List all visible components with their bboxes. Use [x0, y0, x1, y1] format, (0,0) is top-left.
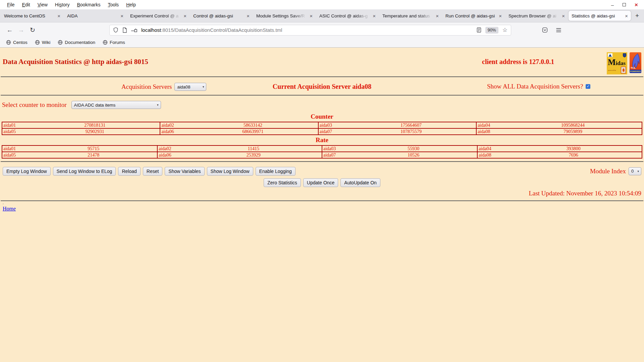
table-row: aida01270818131 aida0258633142 aida03175…	[2, 122, 642, 128]
table-row: aida0592902931 aida06686639971 aida07107…	[2, 128, 642, 135]
channel-name: aida04	[478, 146, 505, 152]
tab-bar: Welcome to CentOS × AIDA × Experiment Co…	[0, 9, 644, 22]
tab-close-icon[interactable]: ×	[625, 13, 628, 19]
menu-help[interactable]: Help	[122, 1, 140, 8]
channel-value: 686639971	[188, 129, 318, 134]
tab-close-icon[interactable]: ×	[562, 13, 565, 19]
menu-file[interactable]: File	[3, 1, 18, 8]
bookmark-wiki[interactable]: Wiki	[33, 39, 53, 46]
menu-view[interactable]: View	[34, 1, 51, 8]
select-counter-label: Select counter to monitor	[2, 101, 67, 109]
stat-cell: aida0521478	[2, 152, 157, 158]
tab-asic-control[interactable]: ASIC Control @ aidas-g ×	[316, 11, 379, 21]
zoom-level-badge[interactable]: 90%	[485, 27, 498, 34]
tab-close-icon[interactable]: ×	[436, 13, 439, 19]
tab-run-control[interactable]: Run Control @ aidas-gsi ×	[442, 11, 505, 21]
divider	[1, 95, 643, 96]
menu-bookmarks[interactable]: Bookmarks	[73, 1, 104, 8]
tab-title: Statistics @ aidas-gsi	[572, 13, 623, 18]
channel-value: 175664607	[346, 123, 476, 128]
channel-value: 7696	[505, 153, 642, 158]
empty-log-window-button[interactable]: Empty Log Window	[3, 167, 51, 176]
permissions-icon[interactable]	[131, 28, 137, 32]
window-controls: ‒ ×	[611, 2, 641, 8]
tab-close-icon[interactable]: ×	[499, 13, 502, 19]
bookmark-label: Wiki	[42, 40, 51, 45]
zero-statistics-button[interactable]: Zero Statistics	[264, 178, 301, 187]
channel-name: aida05	[2, 129, 30, 134]
stat-cell: aida06253929	[157, 152, 322, 158]
bookmark-documentation[interactable]: Documentation	[56, 39, 97, 46]
tab-spectrum-browser[interactable]: Spectrum Browser @ ai ×	[505, 11, 568, 21]
url-bar[interactable]: localhost:8015/DataAcquisitionControl/Da…	[109, 25, 511, 36]
tab-close-icon[interactable]: ×	[373, 13, 376, 19]
acquisition-server-select[interactable]: aida08 ▾	[174, 83, 206, 91]
acquisition-server-value: aida08	[177, 84, 190, 89]
home-link[interactable]: Home	[3, 206, 16, 212]
tab-statistics-active[interactable]: Statistics @ aidas-gsi ×	[569, 11, 631, 21]
page-title: Data Acquisition Statistics @ http aidas…	[3, 58, 148, 66]
stat-cell: aida0258633142	[160, 122, 318, 128]
module-index-group: Module Index 0 ▾	[590, 167, 641, 175]
update-once-button[interactable]: Update Once	[303, 178, 338, 187]
menu-tools[interactable]: Tools	[104, 1, 122, 8]
tab-close-icon[interactable]: ×	[183, 13, 186, 19]
tab-close-icon[interactable]: ×	[57, 13, 60, 19]
midas-powered-by-text: powered by	[608, 69, 616, 71]
maximize-button[interactable]	[623, 3, 626, 6]
show-all-checkbox[interactable]: ✓	[586, 84, 590, 89]
back-icon[interactable]: ←	[4, 26, 15, 34]
stat-cell: aida041095868244	[476, 122, 642, 128]
tab-close-icon[interactable]: ×	[247, 13, 250, 19]
page-content: Midas powered by TCL POWERED Data Acquis…	[0, 48, 644, 362]
close-button[interactable]: ×	[635, 2, 638, 8]
autoupdate-on-button[interactable]: AutoUpdate On	[340, 178, 380, 187]
bookmark-forums[interactable]: Forums	[101, 39, 127, 46]
new-tab-button[interactable]: +	[631, 12, 643, 19]
bookmark-star-icon[interactable]: ☆	[502, 26, 507, 34]
tab-aida[interactable]: AIDA ×	[64, 11, 126, 21]
shield-icon[interactable]	[113, 27, 118, 33]
enable-logging-button[interactable]: Enable Logging	[256, 167, 296, 176]
tab-control[interactable]: Control @ aidas-gsi ×	[190, 11, 253, 21]
channel-value: 393800	[505, 146, 642, 152]
url-text[interactable]: localhost:8015/DataAcquisitionControl/Da…	[141, 27, 473, 33]
show-log-window-button[interactable]: Show Log Window	[207, 167, 253, 176]
tab-close-icon[interactable]: ×	[120, 13, 123, 19]
show-all-group: Show ALL Data Acquisition Servers? ✓	[487, 83, 590, 90]
channel-name: aida06	[158, 153, 185, 158]
tab-title: Welcome to CentOS	[4, 13, 55, 18]
reload-icon[interactable]: ↻	[27, 26, 38, 34]
page-info-icon[interactable]	[122, 27, 127, 33]
tab-welcome-to-centos[interactable]: Welcome to CentOS ×	[1, 11, 63, 21]
send-log-window-to-elog-button[interactable]: Send Log Window to ELog	[53, 167, 116, 176]
forward-icon[interactable]: →	[15, 26, 27, 34]
reload-button[interactable]: Reload	[118, 167, 140, 176]
last-updated-text: Last Updated: November 16, 2023 10:54:09	[0, 190, 644, 198]
counter-select[interactable]: AIDA ADC data items ▾	[71, 101, 161, 109]
menu-bar: File Edit View History Bookmarks Tools H…	[0, 0, 644, 9]
tab-title: Run Control @ aidas-gsi	[445, 13, 497, 18]
minimize-button[interactable]: ‒	[611, 2, 614, 7]
tab-temperature-status[interactable]: Temperature and status ×	[379, 11, 442, 21]
divider	[1, 161, 643, 162]
module-index-select[interactable]: 0 ▾	[629, 167, 641, 175]
channel-name: aida02	[160, 123, 188, 128]
chevron-down-icon: ▾	[203, 85, 204, 88]
tab-close-icon[interactable]: ×	[310, 13, 313, 19]
tab-module-settings[interactable]: Module Settings Save/R ×	[253, 11, 316, 21]
reset-button[interactable]: Reset	[143, 167, 163, 176]
menu-edit[interactable]: Edit	[18, 1, 34, 8]
hamburger-menu-icon[interactable]	[556, 28, 561, 33]
reader-view-icon[interactable]	[477, 27, 481, 33]
stat-cell: aida0592902931	[2, 128, 160, 135]
menu-history[interactable]: History	[51, 1, 73, 8]
client-address-text: client address is 127.0.0.1	[482, 58, 554, 66]
show-variables-button[interactable]: Show Variables	[165, 167, 204, 176]
bookmark-centos[interactable]: Centos	[4, 39, 30, 46]
pocket-icon[interactable]	[542, 27, 548, 33]
channel-value: 95715	[30, 146, 157, 152]
channel-name: aida08	[477, 129, 504, 134]
tab-experiment-control[interactable]: Experiment Control @ a ×	[127, 11, 190, 21]
channel-value: 55930	[350, 146, 477, 152]
